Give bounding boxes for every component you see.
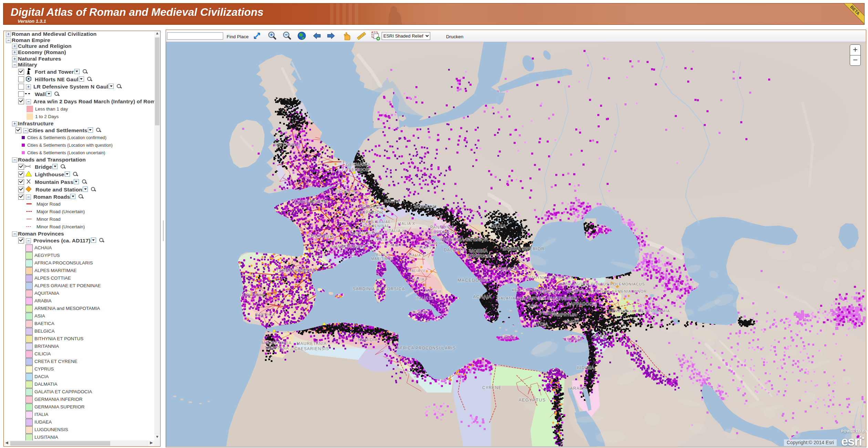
- svg-text:MAURETANIA: MAURETANIA: [261, 341, 292, 345]
- svg-text:ITALIA II: ITALIA II: [425, 290, 442, 293]
- svg-text:ITALIA III: ITALIA III: [416, 296, 433, 300]
- svg-text:SUPERIOR: SUPERIOR: [430, 230, 455, 235]
- svg-text:DACIA: DACIA: [491, 223, 506, 229]
- svg-text:SICILIA: SICILIA: [412, 310, 426, 314]
- svg-text:ITALIA VII: ITALIA VII: [425, 241, 444, 245]
- svg-text:CYPRUS: CYPRUS: [564, 337, 583, 342]
- svg-text:TINGITANA: TINGITANA: [264, 346, 289, 351]
- svg-text:ASIA: ASIA: [528, 304, 538, 308]
- svg-text:ARMENIA and MESOPOTAMIA: ARMENIA and MESOPOTAMIA: [609, 309, 670, 313]
- svg-text:LUSITANIA: LUSITANIA: [240, 293, 265, 298]
- svg-text:TARRACONENSIS: TARRACONENSIS: [276, 268, 316, 273]
- svg-text:GALATIA (and PHRYGIA PACATIENS: GALATIA (and PHRYGIA PACATIENSIS): [497, 296, 578, 300]
- svg-text:GERMANIA: GERMANIA: [346, 162, 371, 167]
- svg-text:IUDAEA: IUDAEA: [577, 365, 595, 370]
- svg-text:PAPHLAGONIA PONTUS POLEMONIACU: PAPHLAGONIA PONTUS POLEMONIACUS: [559, 282, 645, 286]
- svg-text:ITALIA VI: ITALIA VI: [416, 246, 433, 249]
- svg-text:MACEDONIA: MACEDONIA: [457, 278, 488, 283]
- svg-text:ITALIA XI: ITALIA XI: [388, 229, 406, 233]
- svg-text:CRETE: CRETE: [500, 335, 516, 340]
- svg-text:MARITIMAE: MARITIMAE: [371, 257, 394, 261]
- svg-text:PAMPHYLIA: PAMPHYLIA: [552, 313, 576, 317]
- svg-text:BAETICA: BAETICA: [255, 312, 275, 317]
- svg-text:LYCIA: LYCIA: [535, 322, 548, 327]
- svg-text:PANNONIA: PANNONIA: [430, 225, 454, 230]
- svg-text:MAURETANIA: MAURETANIA: [297, 341, 327, 346]
- svg-text:BRITANNIA: BRITANNIA: [274, 142, 300, 147]
- svg-text:DALMATIA: DALMATIA: [444, 248, 467, 252]
- svg-text:NUMIDIA: NUMIDIA: [358, 337, 378, 342]
- svg-text:ITALIA VIII: ITALIA VIII: [375, 238, 395, 242]
- svg-text:SUPERIOR: SUPERIOR: [467, 254, 491, 259]
- svg-text:ALPES COTTIAE: ALPES COTTIAE: [351, 232, 382, 236]
- svg-text:CILICIA: CILICIA: [564, 320, 580, 324]
- svg-text:RAETIA: RAETIA: [384, 199, 400, 203]
- svg-text:INFERIOR: INFERIOR: [347, 167, 369, 172]
- svg-text:NORICUM: NORICUM: [415, 204, 437, 209]
- svg-text:MOESIA: MOESIA: [470, 249, 488, 253]
- svg-text:AFRICA PROCONSULARIS: AFRICA PROCONSULARIS: [397, 346, 456, 351]
- svg-text:ET POENINAE: ET POENINAE: [363, 224, 390, 228]
- svg-text:SYRIA: SYRIA: [593, 334, 608, 339]
- svg-text:THRACIA: THRACIA: [497, 267, 519, 272]
- svg-text:ACHAIA: ACHAIA: [473, 294, 492, 299]
- svg-text:PHRYGIA: PHRYGIA: [540, 290, 559, 294]
- svg-text:ITALIA I: ITALIA I: [412, 278, 427, 281]
- svg-text:LUGDUNENSIS: LUGDUNENSIS: [295, 199, 329, 204]
- svg-text:ALPES: ALPES: [376, 253, 389, 257]
- svg-text:CAESARIENSIS: CAESARIENSIS: [294, 346, 329, 351]
- svg-text:PONTUS GALATICUS ARMENIA MINOR: PONTUS GALATICUS ARMENIA MINOR: [567, 289, 647, 293]
- svg-text:CYRENE: CYRENE: [482, 385, 502, 390]
- svg-text:ARABIA: ARABIA: [570, 386, 587, 391]
- svg-text:BELGICA: BELGICA: [335, 189, 355, 194]
- svg-text:GERMANIA: GERMANIA: [359, 205, 384, 210]
- svg-text:PANNONIA INFERIOR: PANNONIA INFERIOR: [441, 237, 488, 242]
- svg-text:SUPERIOR: SUPERIOR: [359, 210, 384, 215]
- svg-text:AQUITANIA: AQUITANIA: [308, 233, 334, 239]
- svg-text:ITALIA IV: ITALIA IV: [408, 269, 426, 273]
- svg-text:ITALIA IX: ITALIA IX: [387, 243, 404, 247]
- svg-text:NARBONENSIS: NARBONENSIS: [332, 244, 365, 249]
- svg-text:ALPES GRAIAE: ALPES GRAIAE: [362, 220, 391, 224]
- svg-text:AEGYPTUS: AEGYPTUS: [519, 397, 546, 403]
- svg-text:ITALIA V: ITALIA V: [409, 253, 425, 257]
- svg-text:BITHYNIA ET PONTUS: BITHYNIA ET PONTUS: [527, 275, 573, 280]
- svg-text:SARDINIA ET CORSICA: SARDINIA ET CORSICA: [353, 286, 405, 291]
- svg-text:CAPPADOCIA: CAPPADOCIA: [567, 302, 597, 306]
- svg-text:MOESIA INFERIOR: MOESIA INFERIOR: [503, 247, 545, 251]
- svg-text:ITALIA X: ITALIA X: [398, 221, 415, 226]
